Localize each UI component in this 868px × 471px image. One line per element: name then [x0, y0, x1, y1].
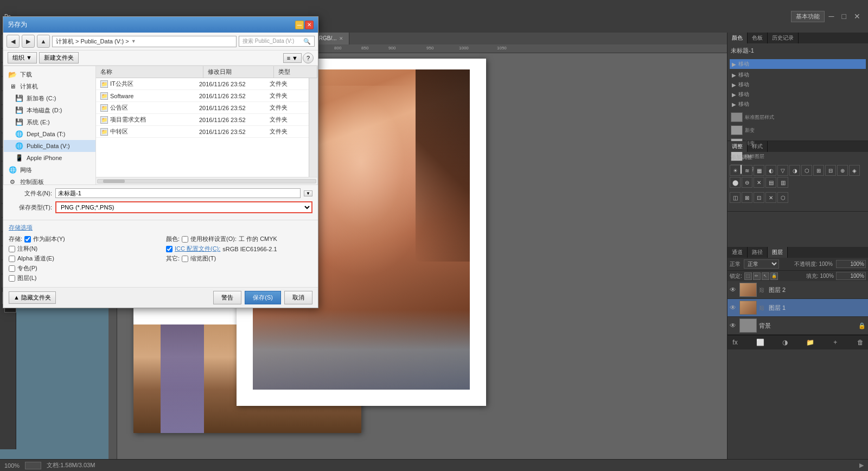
- file-name-3: 📁 项目需求文档: [96, 114, 195, 125]
- cancel-btn[interactable]: 取消: [284, 291, 312, 304]
- use-color-checkbox[interactable]: [182, 236, 188, 243]
- dialog-titlebar: 另存为 ─ ✕: [3, 17, 318, 33]
- col-name[interactable]: 名称: [96, 66, 203, 78]
- hide-folder-btn[interactable]: ▲ 隐藏文件夹: [9, 291, 56, 304]
- icc-checkbox[interactable]: [166, 246, 173, 252]
- search-bar[interactable]: 搜索 Public_Data (V:) 🔍: [239, 36, 315, 47]
- save-options: 存储选项 存储: 作为副本(Y) 注释(N): [3, 220, 318, 287]
- action-buttons: 警告 保存(S) 取消: [213, 291, 312, 304]
- filename-input[interactable]: [55, 188, 301, 198]
- icc-row: ICC 配置文件(C): sRGB IEC61966-2.1: [166, 245, 312, 253]
- icc-link[interactable]: ICC 配置文件(C):: [175, 245, 220, 253]
- filetype-label: 保存类型(T):: [9, 203, 52, 212]
- dialog-minimize-btn[interactable]: ─: [295, 21, 304, 29]
- spot-label: 专色(P): [17, 264, 37, 272]
- sidebar-control-panel[interactable]: ⚙ 控制面板: [4, 176, 95, 184]
- drive-d-icon: 💾: [15, 106, 23, 114]
- store-label: 存储:: [9, 235, 22, 243]
- dialog-action-toolbar: 组织 ▼ 新建文件夹 ≡ ▼ ?: [3, 50, 318, 66]
- layers-row: 图层(L): [9, 274, 155, 282]
- as-copy-label: 作为副本(Y): [33, 235, 65, 243]
- dialog-body: 📂 下载 🖥 计算机 💾 新加卷 (C:) 💾 本地磁盘 (D:): [3, 66, 318, 185]
- col-type[interactable]: 类型: [274, 66, 317, 78]
- thumbnail-checkbox[interactable]: [182, 256, 188, 262]
- control-panel-icon: ⚙: [8, 177, 17, 184]
- sidebar-computer[interactable]: 🖥 计算机: [4, 80, 95, 92]
- spot-row: 专色(P): [9, 264, 155, 272]
- file-name-4: 📁 中转区: [96, 126, 195, 137]
- iphone-icon: 📱: [15, 154, 23, 162]
- sidebar-iphone[interactable]: 📱 Apple iPhone: [4, 152, 95, 164]
- sidebar-downloads[interactable]: 📂 下载: [4, 68, 95, 80]
- file-name-2: 📁 公告区: [96, 102, 195, 113]
- filetype-select[interactable]: PNG (*.PNG;*.PNS): [55, 201, 312, 213]
- sidebar-drive-d[interactable]: 💾 本地磁盘 (D:): [4, 104, 95, 116]
- sidebar-drive-c[interactable]: 💾 新加卷 (C:): [4, 92, 95, 104]
- dialog-fields: 文件名(N): ▼ 保存类型(T): PNG (*.PNG;*.PNS): [3, 185, 318, 220]
- alpha-checkbox[interactable]: [9, 256, 15, 262]
- color-row: 颜色: 使用校样设置(O): 工 作的 CMYK: [166, 235, 312, 243]
- file-date-3: 2016/11/26 23:52: [195, 114, 265, 125]
- sidebar-drive-v[interactable]: 🌐 Public_Data (V:): [4, 140, 95, 152]
- up-btn[interactable]: ▲: [37, 35, 50, 48]
- file-row-1[interactable]: 📁 Software 2016/11/26 23:52 文件夹: [96, 90, 309, 102]
- save-options-link[interactable]: 存储选项: [9, 224, 33, 232]
- file-date-1: 2016/11/26 23:52: [195, 90, 265, 101]
- file-row-2[interactable]: 📁 公告区 2016/11/26 23:52 文件夹: [96, 102, 309, 114]
- thumbnail-row: 其它: 缩览图(T): [166, 254, 312, 263]
- folder-icon-0: 📁: [100, 80, 108, 88]
- annotations-row: 注释(N): [9, 245, 155, 253]
- file-name-0: 📁 IT公共区: [96, 78, 195, 90]
- file-list-scroll-area: 📁 IT公共区 2016/11/26 23:52 文件夹 📁 Software: [96, 78, 317, 177]
- save-dialog: 另存为 ─ ✕ ◀ ▶ ▲ 计算机 > Public_Data (V:) > ▼…: [3, 16, 318, 308]
- alpha-label: Alpha 通道(E): [17, 254, 54, 263]
- filename-row: 文件名(N): ▼: [9, 188, 312, 198]
- dialog-actions: ▲ 隐藏文件夹 警告 保存(S) 取消: [3, 287, 318, 308]
- file-row-0[interactable]: 📁 IT公共区 2016/11/26 23:52 文件夹: [96, 78, 309, 90]
- spot-checkbox[interactable]: [9, 265, 15, 272]
- save-confirm-btn[interactable]: 保存(S): [245, 291, 281, 304]
- as-copy-checkbox[interactable]: [24, 236, 31, 243]
- drive-v-icon: 🌐: [15, 142, 23, 150]
- file-type-1: 文件夹: [265, 90, 309, 101]
- horizontal-scrollbar[interactable]: [96, 177, 317, 184]
- file-type-0: 文件夹: [265, 78, 309, 90]
- drive-t-icon: 🌐: [15, 130, 23, 138]
- as-copy-row: 存储: 作为副本(Y): [9, 235, 155, 243]
- filetype-row: 保存类型(T): PNG (*.PNG;*.PNS): [9, 201, 312, 213]
- sidebar-drive-e[interactable]: 💾 系统 (E:): [4, 116, 95, 128]
- file-list: 📁 IT公共区 2016/11/26 23:52 文件夹 📁 Software: [96, 78, 309, 177]
- view-btn[interactable]: ≡ ▼: [283, 53, 302, 63]
- warn-btn[interactable]: 警告: [213, 291, 241, 304]
- hide-folder-label: ▲ 隐藏文件夹: [14, 294, 51, 302]
- file-list-header: 名称 修改日期 类型: [96, 66, 317, 78]
- layers-checkbox[interactable]: [9, 275, 15, 282]
- vertical-scrollbar[interactable]: [309, 78, 317, 177]
- network-icon: 🌐: [8, 166, 17, 174]
- help-btn[interactable]: ?: [303, 53, 314, 63]
- dialog-overlay: 另存为 ─ ✕ ◀ ▶ ▲ 计算机 > Public_Data (V:) > ▼…: [0, 0, 868, 471]
- path-dropdown-arrow[interactable]: ▼: [131, 39, 136, 44]
- file-row-3[interactable]: 📁 项目需求文档 2016/11/26 23:52 文件夹: [96, 114, 309, 126]
- search-icon: 🔍: [303, 38, 311, 45]
- annotations-checkbox[interactable]: [9, 246, 15, 252]
- use-color-label: 使用校样设置(O):: [190, 235, 237, 243]
- sidebar-network[interactable]: 🌐 网络: [4, 164, 95, 176]
- dialog-close-btn[interactable]: ✕: [305, 21, 314, 29]
- alpha-row: Alpha 通道(E): [9, 254, 155, 263]
- new-folder-btn[interactable]: 新建文件夹: [39, 52, 79, 63]
- forward-btn[interactable]: ▶: [22, 35, 35, 48]
- filename-dropdown[interactable]: ▼: [304, 190, 312, 196]
- path-bar[interactable]: 计算机 > Public_Data (V:) > ▼: [52, 36, 237, 47]
- color-label: 颜色:: [166, 235, 180, 243]
- thumbnail-label: 缩览图(T): [190, 254, 216, 263]
- col-date[interactable]: 修改日期: [203, 66, 274, 78]
- other-label: 其它:: [166, 254, 180, 263]
- back-btn[interactable]: ◀: [7, 35, 20, 48]
- computer-icon: 🖥: [8, 82, 17, 91]
- organize-btn[interactable]: 组织 ▼: [8, 52, 37, 63]
- file-list-container: 名称 修改日期 类型 📁 IT公共区 2016/11/2: [96, 66, 317, 184]
- sidebar-drive-t[interactable]: 🌐 Dept_Data (T:): [4, 128, 95, 140]
- search-placeholder: 搜索 Public_Data (V:): [242, 37, 294, 45]
- file-row-4[interactable]: 📁 中转区 2016/11/26 23:52 文件夹: [96, 126, 309, 138]
